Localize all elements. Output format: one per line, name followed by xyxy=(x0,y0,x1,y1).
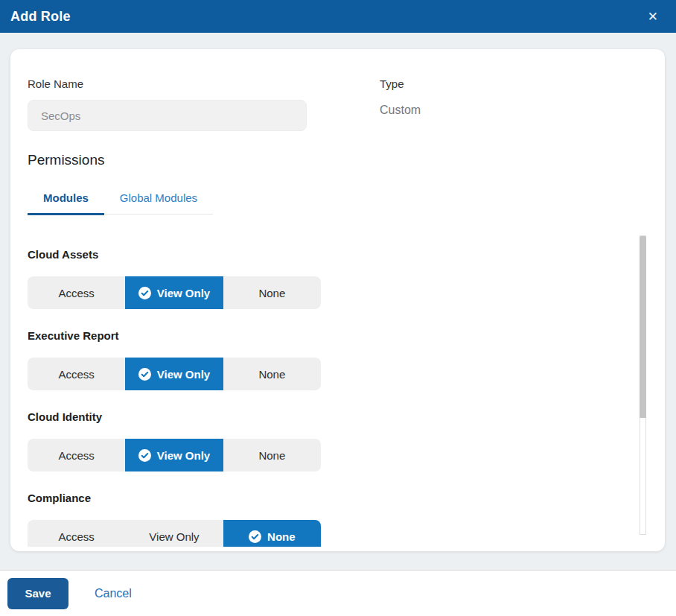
segment-label: View Only xyxy=(157,287,210,299)
segment-label: None xyxy=(267,530,296,543)
scrollbar-track[interactable] xyxy=(640,235,646,535)
check-icon xyxy=(138,368,151,381)
segment-label: None xyxy=(258,449,285,462)
add-role-modal: Add Role ✕ Role Name Type Custom Permiss… xyxy=(0,0,676,616)
segment-label: None xyxy=(258,287,285,299)
segment-none[interactable]: None xyxy=(223,520,321,547)
role-name-field: Role Name xyxy=(28,77,307,131)
role-name-label: Role Name xyxy=(28,77,307,90)
module-row: Cloud IdentityAccessView OnlyNone xyxy=(28,410,321,471)
permissions-tabs: ModulesGlobal Modules xyxy=(28,185,213,215)
segment-view-only[interactable]: View Only xyxy=(125,358,223,390)
segment-label: Access xyxy=(58,287,94,299)
segment-access[interactable]: Access xyxy=(28,358,125,390)
segment-none[interactable]: None xyxy=(223,439,321,471)
form-grid: Role Name Type Custom xyxy=(28,77,648,131)
segment-none[interactable]: None xyxy=(223,276,321,309)
segment-access[interactable]: Access xyxy=(28,276,125,309)
modal-footer: Save Cancel xyxy=(0,570,676,616)
tab-global-modules[interactable]: Global Modules xyxy=(104,185,213,215)
module-row: ComplianceAccessView OnlyNone xyxy=(28,492,321,547)
permission-segmented-control: AccessView OnlyNone xyxy=(28,439,321,471)
segment-label: View Only xyxy=(157,368,210,381)
segment-view-only[interactable]: View Only xyxy=(125,439,223,471)
segment-label: Access xyxy=(58,368,94,381)
modal-title: Add Role xyxy=(10,9,71,25)
type-field: Type Custom xyxy=(380,77,421,131)
segment-label: None xyxy=(258,368,285,381)
permissions-heading: Permissions xyxy=(28,152,648,168)
module-name: Executive Report xyxy=(28,329,321,342)
check-icon xyxy=(138,449,151,462)
module-name: Cloud Identity xyxy=(28,410,321,423)
segment-label: View Only xyxy=(157,449,210,462)
permission-segmented-control: AccessView OnlyNone xyxy=(28,520,321,547)
role-name-input[interactable] xyxy=(28,100,307,131)
modules-scroll-area: Cloud AssetsAccessView OnlyNoneExecutive… xyxy=(28,215,648,547)
save-button[interactable]: Save xyxy=(7,578,68,609)
segment-none[interactable]: None xyxy=(223,358,321,390)
close-icon[interactable]: ✕ xyxy=(643,7,663,26)
modal-body: Role Name Type Custom Permissions Module… xyxy=(0,33,676,570)
module-row: Executive ReportAccessView OnlyNone xyxy=(28,329,321,390)
type-label: Type xyxy=(380,77,421,90)
segment-view-only[interactable]: View Only xyxy=(125,520,223,547)
tab-modules[interactable]: Modules xyxy=(28,185,104,215)
segment-label: View Only xyxy=(149,530,199,543)
module-row: Cloud AssetsAccessView OnlyNone xyxy=(28,248,321,309)
segment-label: Access xyxy=(58,530,94,543)
cancel-button[interactable]: Cancel xyxy=(95,587,132,600)
segment-label: Access xyxy=(58,449,94,462)
modal-header: Add Role ✕ xyxy=(0,0,676,33)
module-name: Cloud Assets xyxy=(28,248,321,261)
check-icon xyxy=(138,287,151,299)
modal-card: Role Name Type Custom Permissions Module… xyxy=(10,49,665,551)
segment-access[interactable]: Access xyxy=(28,439,125,471)
permission-segmented-control: AccessView OnlyNone xyxy=(28,276,321,309)
module-name: Compliance xyxy=(28,492,321,504)
permission-segmented-control: AccessView OnlyNone xyxy=(28,358,321,390)
check-icon xyxy=(249,530,261,543)
segment-access[interactable]: Access xyxy=(28,520,125,547)
scrollbar-thumb[interactable] xyxy=(640,236,646,418)
segment-view-only[interactable]: View Only xyxy=(125,276,223,309)
type-value: Custom xyxy=(380,104,421,117)
